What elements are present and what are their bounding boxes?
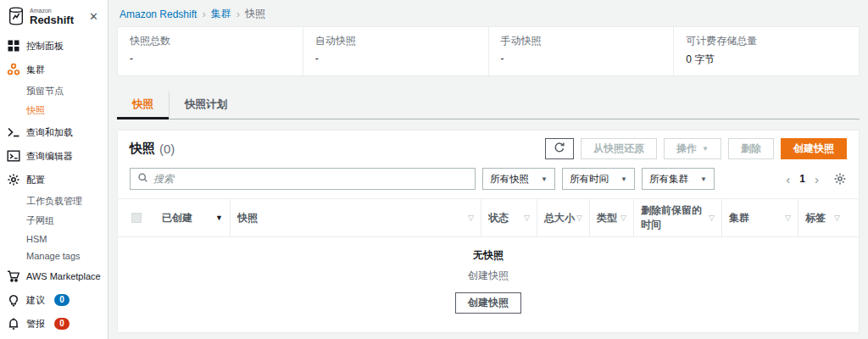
filter-select-value: 所有时间 — [570, 173, 609, 186]
column-header-6[interactable]: 集群▽ — [721, 199, 798, 236]
sidebar-item-label: AWS Marketplace — [26, 271, 101, 281]
sidebar: Amazon Redshift ✕ 控制面板集群预留节点快照查询和加载查询编辑器… — [0, 0, 108, 339]
sidebar-nav: 控制面板集群预留节点快照查询和加载查询编辑器配置工作负载管理子网组HSMMana… — [0, 31, 108, 339]
page-number[interactable]: 1 — [799, 173, 805, 185]
column-header-1[interactable]: 快照▽ — [230, 199, 481, 236]
filter-select-2[interactable]: 所有集群▼ — [642, 168, 715, 190]
empty-state: 无快照 创建快照 创建快照 — [118, 237, 859, 332]
sidebar-item-label: 子网组 — [26, 214, 54, 227]
breadcrumb-item-1[interactable]: 集群 — [211, 7, 231, 21]
close-icon[interactable]: ✕ — [86, 8, 101, 25]
column-filter-icon[interactable]: ▽ — [620, 214, 626, 222]
sidebar-item-label: 建议 — [26, 294, 45, 307]
sidebar-item-6[interactable]: 配置 — [0, 168, 108, 192]
empty-state-description: 创建快照 — [118, 269, 859, 283]
column-header-2[interactable]: 状态▽ — [481, 199, 537, 236]
search-input[interactable] — [153, 173, 468, 185]
sidebar-item-8[interactable]: 子网组 — [0, 211, 108, 231]
gear-icon — [7, 173, 20, 186]
sidebar-item-label: 预留节点 — [26, 85, 64, 97]
column-header-label: 快照 — [237, 211, 258, 225]
brand-amazon: Amazon — [30, 8, 74, 14]
sidebar-item-11[interactable]: AWS Marketplace — [0, 264, 108, 288]
column-filter-icon[interactable]: ▽ — [468, 214, 474, 222]
table-header-row: 已创建▼快照▽状态▽总大小▽类型▽删除前保留的时间▽集群▽标签▽ — [118, 198, 859, 237]
column-header-5[interactable]: 删除前保留的时间▽ — [633, 199, 721, 236]
sidebar-item-14[interactable]: 事件0 — [0, 336, 108, 339]
count-badge: 0 — [54, 318, 70, 330]
sidebar-item-5[interactable]: 查询编辑器 — [0, 144, 108, 168]
refresh-button[interactable] — [545, 138, 574, 159]
next-page-icon[interactable]: › — [815, 173, 819, 186]
column-filter-icon[interactable]: ▽ — [834, 214, 840, 222]
summary-card-3: 可计费存储总量0 字节 — [673, 27, 859, 75]
sidebar-item-2[interactable]: 预留节点 — [0, 81, 108, 101]
pagination: ‹ 1 › — [786, 172, 847, 186]
sidebar-item-7[interactable]: 工作负载管理 — [0, 192, 108, 211]
sidebar-item-label: Manage tags — [26, 251, 81, 261]
breadcrumb: Amazon Redshift›集群›快照 — [117, 0, 860, 26]
breadcrumb-item-0[interactable]: Amazon Redshift — [120, 8, 197, 20]
summary-card-label: 自动快照 — [315, 34, 476, 48]
column-filter-icon[interactable]: ▽ — [709, 214, 715, 222]
column-header-7[interactable]: 标签▽ — [798, 199, 847, 236]
summary-card-label: 快照总数 — [130, 34, 291, 48]
terminal-icon — [7, 125, 20, 139]
column-header-label: 删除前保留的时间 — [641, 203, 709, 232]
search-box — [130, 168, 476, 190]
chevron-down-icon: ▼ — [620, 175, 627, 183]
sidebar-item-label: 工作负载管理 — [26, 195, 82, 208]
toolbar: 从快照还原 操作 ▼ 删除 创建快照 — [545, 138, 847, 159]
actions-button[interactable]: 操作 ▼ — [664, 138, 721, 159]
sidebar-header: Amazon Redshift ✕ — [0, 0, 108, 31]
summary-card-label: 可计费存储总量 — [686, 34, 847, 48]
sidebar-item-9[interactable]: HSM — [0, 231, 108, 247]
sidebar-item-4[interactable]: 查询和加载 — [0, 120, 108, 144]
summary-card-value: - — [130, 53, 291, 64]
create-snapshot-button[interactable]: 创建快照 — [781, 138, 847, 159]
restore-from-snapshot-button[interactable]: 从快照还原 — [581, 138, 657, 159]
sidebar-item-3[interactable]: 快照 — [0, 101, 108, 120]
filter-select-1[interactable]: 所有时间▼ — [562, 168, 635, 190]
column-header-label: 类型 — [597, 211, 617, 225]
cluster-icon — [7, 63, 20, 76]
empty-create-snapshot-button[interactable]: 创建快照 — [455, 292, 521, 314]
breadcrumb-item-2: 快照 — [245, 7, 265, 21]
query-editor-icon — [7, 149, 20, 163]
column-filter-icon[interactable]: ▽ — [524, 214, 530, 222]
select-all-checkbox[interactable] — [131, 213, 142, 223]
tabs: 快照快照计划 — [117, 92, 860, 119]
summary-card-0: 快照总数- — [118, 27, 303, 75]
sidebar-item-10[interactable]: Manage tags — [0, 247, 108, 264]
panel-title: 快照 — [130, 141, 155, 157]
column-header-4[interactable]: 类型▽ — [589, 199, 633, 236]
summary-card-value: 0 字节 — [686, 53, 847, 67]
filter-select-0[interactable]: 所有快照▼ — [482, 168, 555, 190]
prev-page-icon[interactable]: ‹ — [786, 173, 790, 186]
sort-desc-icon[interactable]: ▼ — [215, 214, 223, 222]
sidebar-item-0[interactable]: 控制面板 — [0, 34, 108, 58]
column-header-3[interactable]: 总大小▽ — [537, 199, 589, 236]
snapshots-panel: 快照 (0) 从快照还原 操作 ▼ — [117, 130, 860, 333]
sidebar-item-12[interactable]: 建议0 — [0, 288, 108, 312]
sidebar-item-label: HSM — [26, 234, 47, 244]
table-settings-gear-icon[interactable] — [833, 172, 847, 186]
sidebar-item-label: 查询编辑器 — [26, 150, 73, 163]
summary-cards: 快照总数-自动快照-手动快照-可计费存储总量0 字节 — [117, 26, 860, 76]
tab-0[interactable]: 快照 — [117, 92, 169, 119]
sidebar-item-label: 集群 — [26, 64, 45, 76]
column-filter-icon[interactable]: ▽ — [785, 214, 791, 222]
bell-icon — [7, 317, 20, 331]
summary-card-label: 手动快照 — [501, 34, 662, 48]
summary-card-value: - — [315, 53, 476, 64]
sidebar-item-1[interactable]: 集群 — [0, 58, 108, 81]
marketplace-icon — [7, 270, 20, 283]
sidebar-item-13[interactable]: 警报0 — [0, 312, 108, 336]
tab-1[interactable]: 快照计划 — [169, 92, 242, 119]
breadcrumb-separator-icon: › — [202, 8, 205, 20]
column-filter-icon[interactable]: ▽ — [576, 214, 582, 222]
filter-select-value: 所有集群 — [649, 173, 688, 186]
sidebar-item-label: 查询和加载 — [26, 126, 73, 139]
column-header-0[interactable]: 已创建▼ — [155, 199, 230, 236]
delete-button[interactable]: 删除 — [728, 138, 774, 159]
